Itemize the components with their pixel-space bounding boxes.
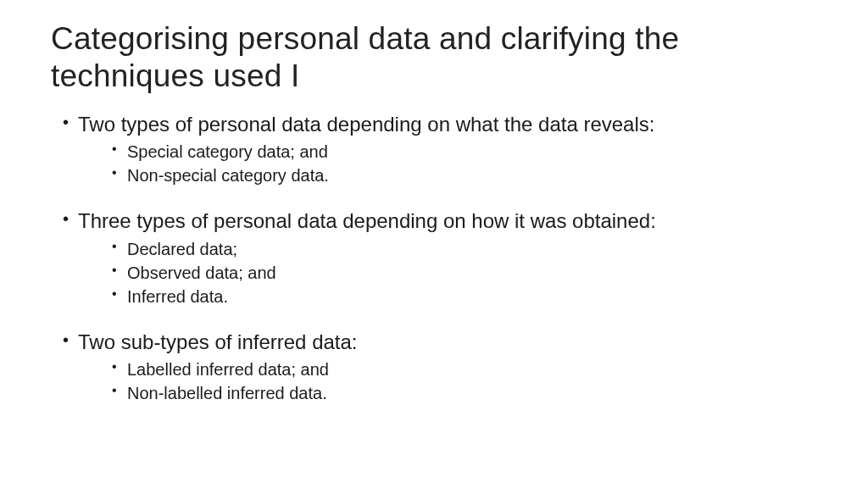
list-item: Declared data; <box>112 237 817 261</box>
list-item: Two sub-types of inferred data: Labelled… <box>63 329 817 405</box>
list-item-text: Labelled inferred data; and <box>127 360 329 379</box>
bullet-list: Two types of personal data depending on … <box>51 111 817 405</box>
nested-list: Declared data; Observed data; and Inferr… <box>78 237 817 308</box>
nested-list: Special category data; and Non-special c… <box>78 140 817 187</box>
list-item-text: Two sub-types of inferred data: <box>78 330 358 353</box>
nested-list: Labelled inferred data; and Non-labelled… <box>78 358 817 405</box>
list-item-text: Observed data; and <box>127 263 276 282</box>
list-item: Observed data; and <box>112 261 817 285</box>
list-item-text: Special category data; and <box>127 142 328 161</box>
list-item: Labelled inferred data; and <box>112 358 817 381</box>
list-item-text: Three types of personal data depending o… <box>78 209 656 232</box>
list-item-text: Non-labelled inferred data. <box>127 384 327 402</box>
list-item: Inferred data. <box>112 285 817 308</box>
list-item: Three types of personal data depending o… <box>63 208 817 308</box>
list-item: Special category data; and <box>112 140 817 164</box>
list-item-text: Two types of personal data depending on … <box>78 113 654 136</box>
list-item: Non-labelled inferred data. <box>112 381 817 405</box>
list-item-text: Non-special category data. <box>127 166 329 185</box>
slide-title: Categorising personal data and clarifyin… <box>51 20 817 96</box>
list-item-text: Inferred data. <box>127 287 228 306</box>
list-item: Two types of personal data depending on … <box>63 111 817 187</box>
list-item-text: Declared data; <box>127 240 237 258</box>
list-item: Non-special category data. <box>112 164 817 187</box>
